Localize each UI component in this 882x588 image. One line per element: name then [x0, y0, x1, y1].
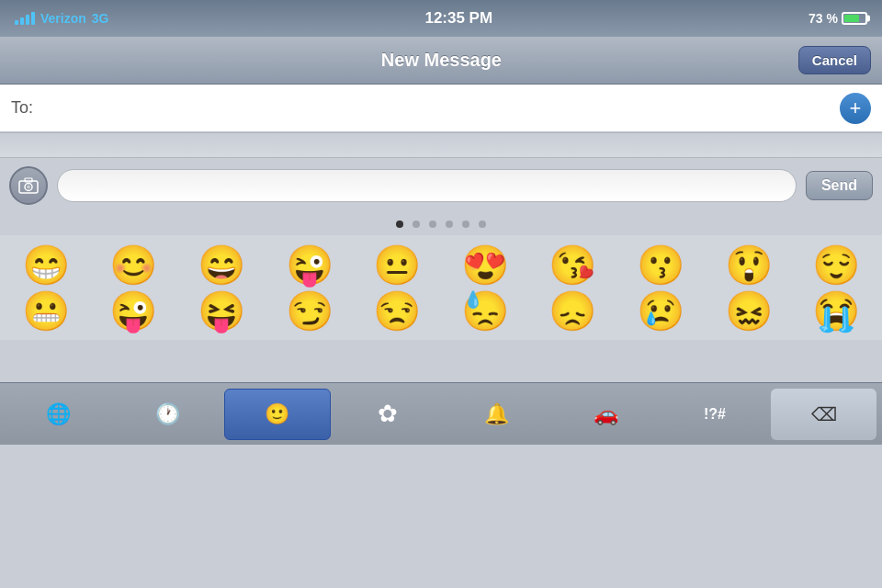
- status-time: 12:35 PM: [424, 9, 492, 28]
- message-area: Send: [0, 158, 882, 213]
- emoji-kiss-heart[interactable]: 😘: [531, 244, 616, 287]
- emoji-smirk[interactable]: 😏: [267, 290, 352, 333]
- delete-button[interactable]: ⌫: [771, 389, 876, 440]
- recent-button[interactable]: 🕐: [115, 389, 220, 440]
- page-dot-1: [396, 220, 403, 228]
- battery-icon: [842, 12, 867, 25]
- page-dot-6: [479, 220, 486, 228]
- emoji-area: 😁 😊 😄 😜 😐 😍 😘 😗 😲 😌 😬 😜 😝 😏 😒 😓 😞 😢 😖 😭: [0, 235, 882, 382]
- battery: 73 %: [808, 11, 867, 26]
- flower-button[interactable]: ✿: [334, 389, 440, 440]
- nav-bar: New Message Cancel: [0, 37, 882, 85]
- emoji-heart-eyes[interactable]: 😍: [443, 244, 527, 287]
- message-input[interactable]: [57, 169, 797, 202]
- emoji-wink[interactable]: 😜: [267, 244, 352, 287]
- to-input[interactable]: [40, 98, 840, 118]
- emoji-astonished[interactable]: 😲: [707, 244, 791, 287]
- battery-percent: 73 %: [808, 11, 838, 26]
- cancel-button[interactable]: Cancel: [798, 46, 871, 74]
- nav-title: New Message: [85, 50, 798, 71]
- globe-button[interactable]: 🌐: [6, 389, 111, 440]
- svg-point-3: [27, 186, 30, 189]
- emoji-grimace[interactable]: 😬: [4, 290, 88, 333]
- car-button[interactable]: 🚗: [553, 389, 659, 440]
- emoji-sob[interactable]: 😭: [794, 290, 878, 333]
- emoji-neutral[interactable]: 😐: [355, 244, 439, 287]
- emoji-confounded[interactable]: 😖: [707, 290, 791, 333]
- emoji-relieved[interactable]: 😌: [794, 244, 878, 287]
- emoji-unamused[interactable]: 😒: [355, 290, 439, 333]
- page-dot-4: [446, 220, 453, 228]
- emoji-cry[interactable]: 😢: [618, 290, 703, 333]
- keyboard-bottom: 🌐 🕐 🙂 ✿ 🔔 🚗 !?# ⌫: [0, 382, 882, 445]
- page-dot-5: [462, 220, 469, 228]
- emoji-sweat[interactable]: 😓: [443, 290, 527, 333]
- signal-bars: [15, 12, 35, 25]
- emoji-tongue-wink[interactable]: 😜: [92, 290, 176, 333]
- emoji-disappointed[interactable]: 😞: [531, 290, 616, 333]
- bell-button[interactable]: 🔔: [444, 389, 549, 440]
- emoji-kiss[interactable]: 😗: [618, 244, 703, 287]
- emoji-smile[interactable]: 😊: [92, 244, 176, 287]
- camera-icon: [18, 177, 39, 194]
- to-field: To: +: [0, 85, 882, 132]
- page-dot-2: [413, 220, 420, 228]
- carrier-label: Verizon: [40, 11, 86, 26]
- send-button[interactable]: Send: [806, 171, 873, 200]
- separator: [0, 132, 882, 158]
- emoji-tongue-out[interactable]: 😝: [179, 290, 264, 333]
- status-left: Verizon 3G: [15, 11, 108, 26]
- battery-fill: [844, 15, 859, 22]
- emoji-grid: 😁 😊 😄 😜 😐 😍 😘 😗 😲 😌 😬 😜 😝 😏 😒 😓 😞 😢 😖 😭: [0, 235, 882, 340]
- status-right: 73 %: [808, 11, 867, 26]
- emoji-grin[interactable]: 😄: [179, 244, 264, 287]
- emoji-grinning[interactable]: 😁: [4, 244, 88, 287]
- page-dot-3: [429, 220, 436, 228]
- status-bar: Verizon 3G 12:35 PM 73 %: [0, 0, 882, 37]
- page-dots: [0, 213, 882, 235]
- network-label: 3G: [92, 11, 109, 26]
- add-contact-button[interactable]: +: [840, 93, 871, 124]
- camera-button[interactable]: [9, 166, 48, 205]
- emoji-keyboard-button[interactable]: 🙂: [224, 389, 332, 440]
- symbols-button[interactable]: !?#: [662, 389, 768, 440]
- to-label: To:: [11, 98, 33, 118]
